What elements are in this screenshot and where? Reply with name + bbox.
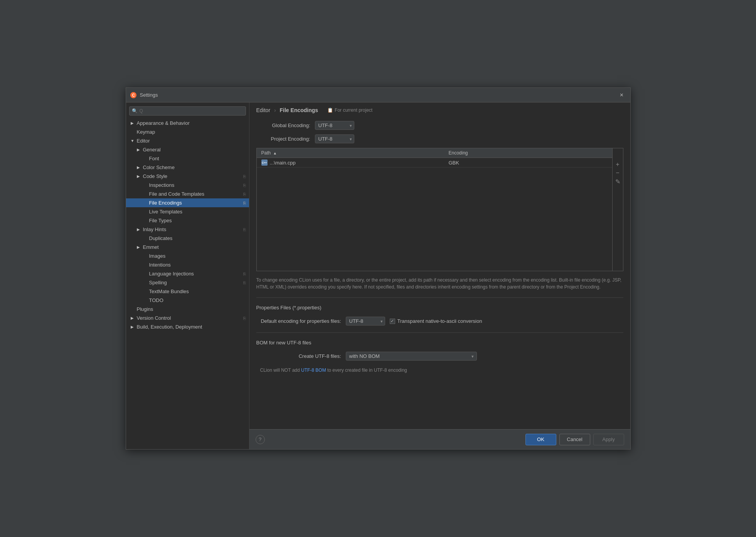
section-divider-properties — [256, 297, 623, 298]
copy-icon: ⎘ — [243, 183, 246, 188]
chevron-right-icon: ▶ — [137, 227, 141, 232]
sidebar-item-build-execution-deployment[interactable]: ▶ Build, Execution, Deployment — [126, 322, 249, 331]
sidebar-item-emmet[interactable]: ▶ Emmet — [126, 243, 249, 252]
cancel-button[interactable]: Cancel — [559, 434, 590, 445]
sidebar-item-version-control[interactable]: ▶ Version Control ⎘ — [126, 314, 249, 322]
copy-icon: ⎘ — [243, 201, 246, 205]
spacer-icon — [143, 210, 148, 214]
sidebar-item-images[interactable]: Images — [126, 252, 249, 260]
sidebar-item-keymap[interactable]: Keymap — [126, 128, 249, 136]
sidebar-item-plugins[interactable]: Plugins — [126, 305, 249, 314]
bom-create-row: Create UTF-8 files: with NO BOM with BOM — [256, 352, 623, 361]
project-encoding-select[interactable]: UTF-8 UTF-16 ISO-8859-1 GBK — [315, 134, 354, 143]
sidebar-item-textmate-bundles[interactable]: TextMate Bundles — [126, 287, 249, 296]
right-panel: Editor › File Encodings 📋 For current pr… — [249, 102, 630, 449]
sidebar-item-editor[interactable]: ▼ Editor — [126, 136, 249, 145]
copy-icon: ⎘ — [243, 316, 246, 321]
chevron-right-icon: ▶ — [131, 325, 135, 329]
dialog-footer: ? OK Cancel Apply — [249, 429, 630, 449]
bom-select-wrapper: with NO BOM with BOM — [346, 352, 477, 361]
sidebar-item-todo[interactable]: TODO — [126, 296, 249, 305]
file-path-text: ...\main.cpp — [270, 160, 296, 166]
file-path-cell: C++ ...\main.cpp — [257, 159, 446, 166]
chevron-right-icon: ▶ — [137, 174, 141, 178]
copy-icon: ⎘ — [243, 174, 246, 179]
encoding-info-text: To change encoding CLion uses for a file… — [256, 275, 623, 292]
sidebar-item-live-templates[interactable]: Live Templates — [126, 207, 249, 216]
search-input[interactable] — [129, 106, 246, 116]
spacer-icon — [143, 183, 148, 187]
properties-section-title: Properties Files (*.properties) — [256, 305, 623, 310]
table-side-buttons: + − ✎ — [612, 148, 623, 271]
section-divider-bom — [256, 332, 623, 333]
sidebar-item-language-injections[interactable]: Language Injections ⎘ — [126, 269, 249, 278]
add-encoding-button[interactable]: + — [614, 161, 621, 168]
spacer-icon — [143, 218, 148, 223]
help-button[interactable]: ? — [256, 435, 265, 444]
spacer-icon — [143, 280, 148, 285]
remove-encoding-button[interactable]: − — [614, 169, 621, 177]
ok-button[interactable]: OK — [525, 434, 556, 445]
spacer-icon — [131, 130, 135, 134]
panel-body: Global Encoding: UTF-8 UTF-16 ISO-8859-1… — [249, 116, 630, 429]
footer-left: ? — [256, 435, 265, 444]
transparent-conversion-label: Transparent native-to-ascii conversion — [397, 318, 482, 324]
search-box[interactable]: 🔍 — [129, 106, 246, 116]
sidebar-item-file-encodings[interactable]: File Encodings ⎘ — [126, 198, 249, 207]
chevron-right-icon: ▶ — [137, 148, 141, 152]
cpp-file-icon: C++ — [261, 159, 268, 166]
sidebar-item-duplicates[interactable]: Duplicates — [126, 234, 249, 243]
transparent-conversion-row: Transparent native-to-ascii conversion — [390, 318, 482, 324]
spacer-icon — [143, 272, 148, 276]
table-row[interactable]: C++ ...\main.cpp GBK — [257, 158, 623, 168]
spacer-icon — [143, 289, 148, 294]
bom-info-text: CLion will NOT add UTF-8 BOM to every cr… — [256, 368, 623, 373]
dialog-title: Settings — [140, 92, 617, 98]
sidebar: 🔍 ▶ Appearance & Behavior Keymap ▼ Edito… — [126, 102, 249, 449]
copy-icon: ⎘ — [243, 227, 246, 232]
sidebar-item-inspections[interactable]: Inspections ⎘ — [126, 181, 249, 190]
svg-text:C: C — [132, 93, 135, 97]
file-encoding-table: Path ▲ Encoding C++ ...\main.cpp GBK — [256, 148, 623, 271]
sidebar-item-font[interactable]: Font — [126, 154, 249, 163]
props-encoding-select[interactable]: UTF-8 UTF-16 ISO-8859-1 GBK — [346, 317, 385, 326]
spacer-icon — [143, 156, 148, 161]
file-encoding-cell: GBK — [446, 160, 623, 166]
bom-create-select[interactable]: with NO BOM with BOM — [346, 352, 477, 361]
for-project-label: For current project — [335, 107, 372, 113]
sidebar-item-appearance[interactable]: ▶ Appearance & Behavior — [126, 119, 249, 128]
spacer-icon — [143, 236, 148, 240]
breadcrumb-separator: › — [274, 107, 276, 113]
col-path-header[interactable]: Path ▲ — [257, 150, 446, 156]
for-current-project-button[interactable]: 📋 For current project — [327, 107, 372, 113]
utf8-bom-link[interactable]: UTF-8 BOM — [301, 368, 326, 373]
sidebar-item-file-types[interactable]: File Types — [126, 216, 249, 225]
global-encoding-label: Global Encoding: — [256, 123, 310, 128]
apply-button[interactable]: Apply — [593, 434, 624, 445]
breadcrumb-current: File Encodings — [280, 107, 318, 113]
global-encoding-select-wrapper: UTF-8 UTF-16 ISO-8859-1 GBK — [315, 121, 354, 130]
project-icon: 📋 — [327, 107, 333, 113]
create-utf8-label: Create UTF-8 files: — [256, 353, 341, 359]
sidebar-item-general[interactable]: ▶ General — [126, 145, 249, 154]
transparent-conversion-checkbox[interactable] — [390, 319, 395, 324]
col-encoding-header: Encoding — [446, 150, 623, 156]
sidebar-item-inlay-hints[interactable]: ▶ Inlay Hints ⎘ — [126, 225, 249, 234]
bom-section-title: BOM for new UTF-8 files — [256, 340, 623, 346]
footer-right: OK Cancel Apply — [525, 434, 624, 445]
sidebar-item-color-scheme[interactable]: ▶ Color Scheme — [126, 163, 249, 172]
chevron-right-icon: ▶ — [131, 316, 135, 320]
sidebar-item-intentions[interactable]: Intentions — [126, 260, 249, 269]
settings-dialog: C Settings × 🔍 ▶ Appearance & Behavior K… — [126, 87, 631, 450]
sidebar-item-file-and-code-templates[interactable]: File and Code Templates ⎘ — [126, 190, 249, 198]
global-encoding-select[interactable]: UTF-8 UTF-16 ISO-8859-1 GBK — [315, 121, 354, 130]
close-button[interactable]: × — [617, 91, 626, 100]
sidebar-item-spelling[interactable]: Spelling ⎘ — [126, 278, 249, 287]
spacer-icon — [143, 298, 148, 302]
default-encoding-label: Default encoding for properties files: — [256, 318, 341, 324]
edit-encoding-button[interactable]: ✎ — [614, 178, 621, 185]
table-body: C++ ...\main.cpp GBK — [257, 158, 623, 271]
sidebar-item-code-style[interactable]: ▶ Code Style ⎘ — [126, 172, 249, 181]
chevron-right-icon: ▶ — [131, 121, 135, 125]
project-encoding-label: Project Encoding: — [256, 136, 310, 142]
